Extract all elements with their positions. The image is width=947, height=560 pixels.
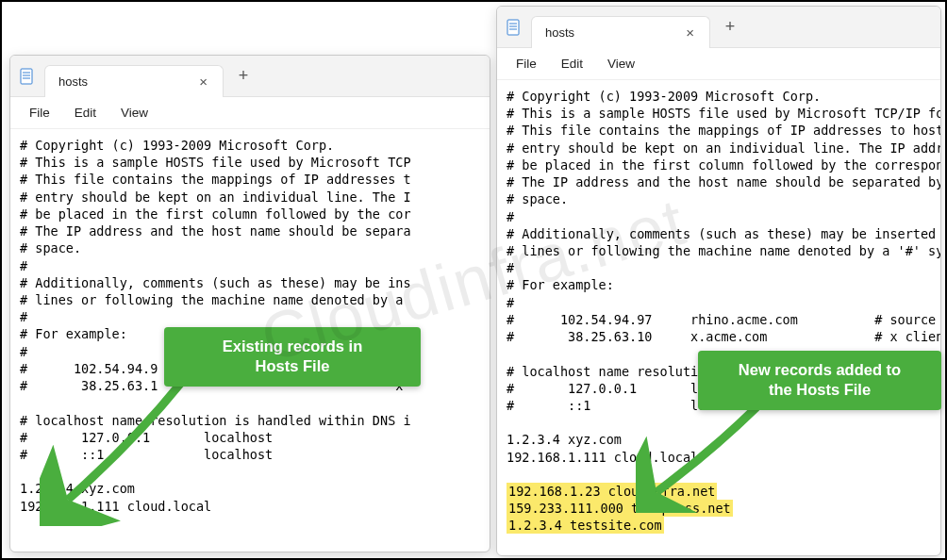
callout-text-line: Hosts File [256, 357, 330, 374]
tab-title: hosts [58, 74, 193, 89]
tab-hosts[interactable]: hosts × [531, 16, 710, 48]
callout-new-records: New records added to the Hosts File [698, 351, 941, 410]
menu-view[interactable]: View [109, 101, 159, 124]
callout-existing-records: Existing records in Hosts File [164, 327, 421, 387]
menu-file[interactable]: File [18, 101, 61, 124]
arrow-new-records [636, 400, 768, 513]
titlebar: hosts × + [497, 7, 940, 48]
tab-hosts[interactable]: hosts × [44, 65, 224, 97]
highlighted-line: 1.2.3.4 testsite.com [507, 517, 664, 534]
menubar: File Edit View [10, 97, 490, 129]
new-tab-button[interactable]: + [716, 13, 744, 41]
svg-rect-0 [21, 69, 32, 84]
menu-file[interactable]: File [505, 52, 548, 75]
arrow-existing-records [40, 375, 191, 526]
close-tab-icon[interactable]: × [193, 72, 213, 91]
menu-view[interactable]: View [596, 52, 646, 75]
callout-text-line: Existing records in [223, 338, 363, 354]
titlebar: hosts × + [10, 56, 490, 97]
menu-edit[interactable]: Edit [63, 101, 108, 124]
close-tab-icon[interactable]: × [680, 23, 700, 42]
menu-edit[interactable]: Edit [550, 52, 594, 75]
tab-title: hosts [545, 25, 680, 40]
callout-text-line: New records added to [739, 361, 901, 378]
notepad-icon [18, 68, 35, 85]
new-tab-button[interactable]: + [229, 62, 258, 91]
svg-rect-4 [507, 20, 519, 35]
callout-text-line: the Hosts File [769, 381, 871, 398]
menubar: File Edit View [497, 48, 940, 80]
notepad-icon [505, 19, 522, 36]
